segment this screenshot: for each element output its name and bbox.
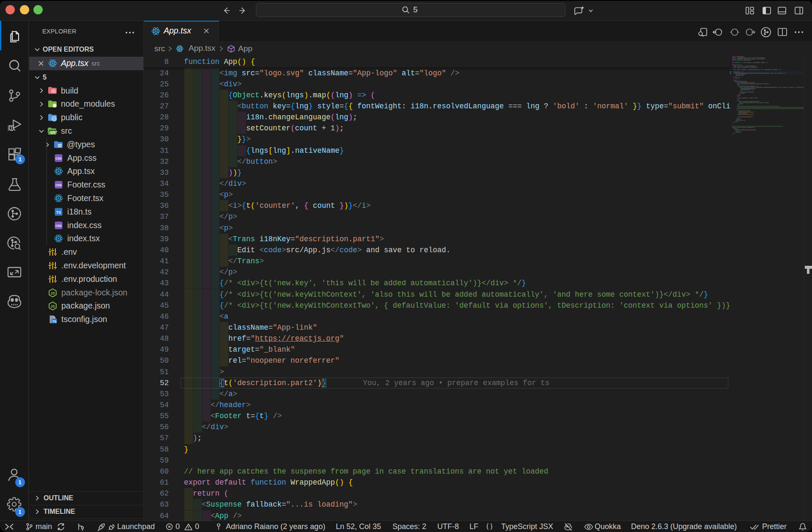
svg-text:CSS: CSS bbox=[55, 224, 62, 228]
svg-text:JS: JS bbox=[50, 291, 55, 295]
svg-text:CSS: CSS bbox=[55, 157, 62, 160]
svg-text:TS: TS bbox=[52, 320, 57, 323]
svg-text:JS: JS bbox=[50, 304, 55, 309]
svg-text:CSS: CSS bbox=[55, 183, 62, 187]
svg-text:TS: TS bbox=[56, 210, 61, 215]
svg-text:TS: TS bbox=[58, 144, 62, 147]
